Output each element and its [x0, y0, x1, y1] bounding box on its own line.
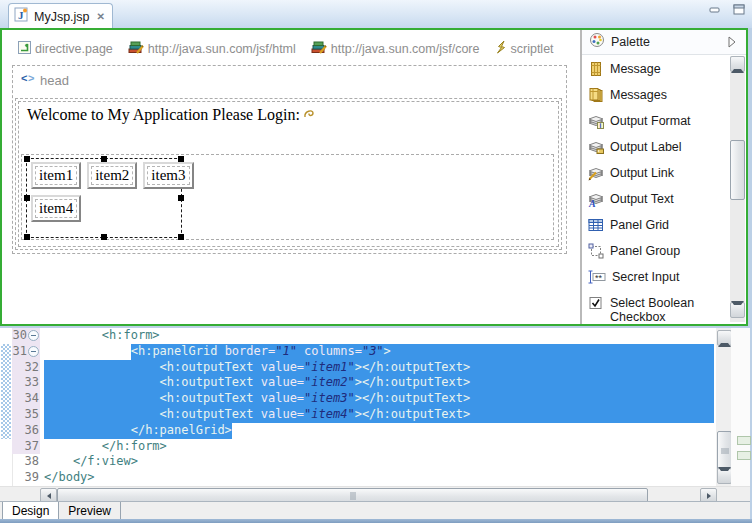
- palette-item-label: Output Link: [610, 165, 674, 180]
- palette-item-output-format[interactable]: iOutput Format: [588, 110, 728, 136]
- svg-text:>: >: [28, 72, 34, 84]
- palette-item-message[interactable]: Message: [588, 58, 728, 84]
- palette-item-label: Output Format: [610, 113, 691, 128]
- line-number-35[interactable]: 35: [12, 407, 40, 423]
- code-text-area[interactable]: <h:form> <h:panelGrid border="1" columns…: [40, 328, 714, 486]
- svg-text:i: i: [600, 122, 602, 129]
- selection-handle[interactable]: [178, 234, 184, 240]
- scrollbar-thumb[interactable]: [730, 140, 745, 200]
- tab-design[interactable]: Design: [2, 502, 59, 520]
- form-element-box[interactable]: Welcome to My Application Please Login:: [18, 101, 559, 247]
- taglib-directive-row: directive.pagehttp://java.sun.com/jsf/ht…: [18, 40, 554, 58]
- taglib-icon: [311, 40, 327, 58]
- source-line-38[interactable]: </f:view>: [44, 454, 714, 470]
- line-number-31[interactable]: 31: [12, 344, 40, 360]
- scroll-up-button[interactable]: [730, 56, 745, 72]
- output-text-value: item3: [147, 166, 189, 185]
- palette-item-panel-group[interactable]: Panel Group: [588, 240, 728, 266]
- grid-cell-item3[interactable]: item3: [143, 162, 193, 189]
- palette-item-label: Output Label: [610, 139, 682, 154]
- fold-collapse-icon[interactable]: [28, 346, 39, 357]
- source-line-31[interactable]: <h:panelGrid border="1" columns="3">: [44, 344, 714, 360]
- panel-grid-icon: [588, 217, 604, 237]
- line-number-ruler[interactable]: 30313233343536373839: [12, 328, 40, 486]
- palette-item-output-link[interactable]: Output Link: [588, 162, 728, 188]
- panelgrid-table[interactable]: item1item2item3item4: [31, 162, 194, 228]
- line-number-37[interactable]: 37: [12, 439, 40, 455]
- taglib-item-directive-page[interactable]: directive.page: [18, 40, 113, 58]
- scrollbar-thumb[interactable]: [717, 431, 732, 470]
- close-icon[interactable]: ✕: [97, 11, 105, 22]
- line-number-38[interactable]: 38: [12, 454, 40, 470]
- design-canvas[interactable]: directive.pagehttp://java.sun.com/jsf/ht…: [2, 30, 580, 324]
- grid-cell-item4[interactable]: item4: [31, 195, 81, 222]
- grid-cell-item2[interactable]: item2: [87, 162, 137, 189]
- taglib-item-label: directive.page: [35, 42, 113, 56]
- palette-item-label: Output Text: [610, 191, 674, 206]
- palette-item-select-boolean-checkbox[interactable]: Select Boolean Checkbox: [588, 292, 728, 324]
- selection-handle[interactable]: [24, 234, 30, 240]
- editor-mode-tabs: Design Preview: [0, 501, 750, 520]
- maximize-icon[interactable]: [732, 3, 746, 21]
- svg-text:<: <: [21, 72, 27, 84]
- tab-preview[interactable]: Preview: [59, 502, 121, 520]
- table-row: item4: [31, 195, 194, 222]
- overview-ruler[interactable]: [731, 328, 750, 486]
- taglib-item-scriptlet[interactable]: scriptlet: [495, 40, 554, 58]
- line-number-32[interactable]: 32: [12, 360, 40, 376]
- scroll-down-button[interactable]: [730, 302, 745, 318]
- selection-handle[interactable]: [24, 156, 30, 162]
- taglib-item-http-java-sun-com-jsf-core[interactable]: http://java.sun.com/jsf/core: [311, 40, 480, 58]
- taglib-item-label: http://java.sun.com/jsf/core: [331, 42, 480, 56]
- selection-handle[interactable]: [101, 234, 107, 240]
- annotation-marker[interactable]: [737, 436, 751, 445]
- palette-header[interactable]: Palette: [582, 30, 746, 55]
- palette-panel: Palette MessageMessagesiOutput FormatOut…: [582, 30, 746, 324]
- welcome-text[interactable]: Welcome to My Application Please Login:: [27, 106, 316, 124]
- svg-text:A: A: [588, 198, 596, 208]
- source-vertical-scrollbar[interactable]: [716, 328, 731, 486]
- secret-input-icon: **: [588, 269, 606, 289]
- source-line-36[interactable]: </h:panelGrid>: [44, 423, 714, 439]
- selection-handle[interactable]: [24, 195, 30, 201]
- line-number-33[interactable]: 33: [12, 375, 40, 391]
- panelgrid-container-box[interactable]: item1item2item3item4: [21, 154, 554, 240]
- source-line-32[interactable]: <h:outputText value="item1"></h:outputTe…: [44, 360, 714, 376]
- source-line-34[interactable]: <h:outputText value="item3"></h:outputTe…: [44, 391, 714, 407]
- line-number-39[interactable]: 39: [12, 470, 40, 486]
- palette-item-label: Message: [610, 61, 661, 76]
- source-line-37[interactable]: </h:form>: [44, 439, 714, 455]
- palette-item-panel-grid[interactable]: Panel Grid: [588, 214, 728, 240]
- source-line-30[interactable]: <h:form>: [44, 328, 714, 344]
- output-link-icon: [588, 165, 604, 185]
- source-line-33[interactable]: <h:outputText value="item2"></h:outputTe…: [44, 375, 714, 391]
- fold-collapse-icon[interactable]: [28, 330, 39, 341]
- palette-item-messages[interactable]: Messages: [588, 84, 728, 110]
- output-label-icon: [588, 139, 604, 159]
- source-editor[interactable]: 30313233343536373839 <h:form> <h:panelGr…: [0, 328, 750, 486]
- page-element-box[interactable]: <> head Welcome to My Application Please…: [12, 65, 567, 254]
- annotation-marker[interactable]: [737, 451, 751, 460]
- palette-item-output-label[interactable]: Output Label: [588, 136, 728, 162]
- source-horizontal-scrollbar[interactable]: [0, 486, 750, 502]
- select-boolean-checkbox-icon: [588, 295, 604, 315]
- palette-expand-icon[interactable]: [726, 35, 738, 53]
- editor-tab-myjsp[interactable]: J MyJsp.jsp ✕: [8, 3, 113, 29]
- line-number-30[interactable]: 30: [12, 328, 40, 344]
- output-text-value: item1: [35, 166, 77, 185]
- line-number-36[interactable]: 36: [12, 423, 40, 439]
- palette-item-output-text[interactable]: AOutput Text: [588, 188, 728, 214]
- palette-scrollbar[interactable]: [730, 56, 745, 322]
- taglib-item-http-java-sun-com-jsf-html[interactable]: http://java.sun.com/jsf/html: [128, 40, 296, 58]
- scroll-up-button[interactable]: [717, 330, 732, 346]
- source-line-39[interactable]: </body>: [44, 470, 714, 486]
- scroll-down-button[interactable]: [717, 468, 732, 484]
- grid-cell-item1[interactable]: item1: [31, 162, 81, 189]
- line-number-34[interactable]: 34: [12, 391, 40, 407]
- source-line-35[interactable]: <h:outputText value="item4"></h:outputTe…: [44, 407, 714, 423]
- minimize-icon[interactable]: [708, 3, 722, 21]
- palette-item-secret-input[interactable]: **Secret Input: [588, 266, 728, 292]
- head-element[interactable]: <> head: [21, 71, 69, 89]
- palette-item-label: Select Boolean Checkbox: [610, 295, 728, 324]
- body-element-box[interactable]: Welcome to My Application Please Login:: [15, 98, 562, 250]
